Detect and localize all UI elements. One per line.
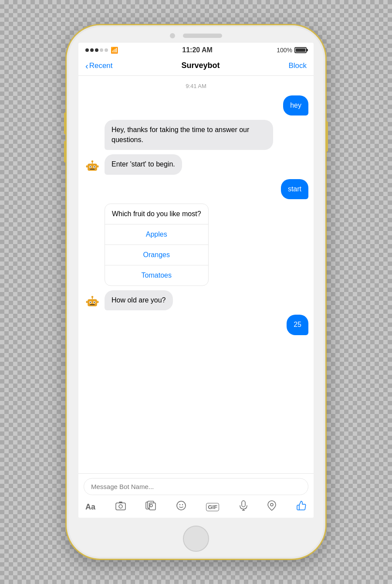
svg-rect-5 <box>90 169 95 170</box>
received-bubble-age: How old are you? <box>105 290 173 310</box>
camera-dot <box>170 33 175 38</box>
svg-rect-30 <box>242 501 245 507</box>
bot-avatar <box>84 157 101 175</box>
chat-header: ‹ Recent Surveybot Block <box>78 58 314 76</box>
svg-rect-20 <box>116 503 125 510</box>
status-left: 📶 <box>85 47 118 54</box>
signal-dot-2 <box>90 48 94 52</box>
svg-point-21 <box>119 505 122 508</box>
microphone-icon[interactable] <box>239 500 248 513</box>
received-bubble-start-prompt: Enter 'start' to begin. <box>105 154 182 174</box>
svg-point-13 <box>90 302 91 303</box>
message-row-start: start <box>84 179 308 199</box>
volume-down-button <box>64 141 67 163</box>
svg-point-7 <box>91 160 94 163</box>
sent-bubble-start: start <box>281 179 308 199</box>
thumbsup-icon[interactable] <box>296 500 307 513</box>
received-bubble-thanks: Hey, thanks for taking the time to answe… <box>105 120 273 150</box>
message-row-25: 25 <box>84 315 308 335</box>
gallery-icon[interactable] <box>145 501 156 513</box>
svg-rect-10 <box>88 299 97 306</box>
svg-point-17 <box>91 296 94 298</box>
svg-point-4 <box>94 166 95 167</box>
phone-top-bar <box>67 25 325 43</box>
signal-dot-5 <box>105 48 108 52</box>
signal-dot-3 <box>95 48 98 52</box>
svg-rect-9 <box>97 165 99 167</box>
chat-area: 9:41 AM hey Hey, thanks for taking the t… <box>78 76 314 473</box>
status-time: 11:20 AM <box>182 46 213 54</box>
input-area: Aa <box>78 473 314 518</box>
robot-icon-2 <box>84 294 100 309</box>
chevron-left-icon: ‹ <box>85 61 88 70</box>
battery-percentage: 100% <box>277 47 292 54</box>
gif-icon[interactable]: GIF <box>206 503 219 511</box>
svg-rect-8 <box>86 165 88 167</box>
svg-point-14 <box>94 302 95 303</box>
bot-avatar-2 <box>84 293 101 310</box>
text-icon[interactable]: Aa <box>85 503 95 512</box>
block-button[interactable]: Block <box>288 61 307 70</box>
message-input[interactable] <box>84 478 308 495</box>
svg-point-33 <box>270 503 273 506</box>
svg-point-28 <box>179 504 180 505</box>
svg-rect-18 <box>86 301 88 303</box>
svg-rect-0 <box>88 163 97 170</box>
battery-fill <box>296 48 305 52</box>
svg-rect-15 <box>90 305 95 306</box>
toolbar-row: Aa <box>84 499 308 515</box>
emoji-icon[interactable] <box>176 500 186 513</box>
card-question-fruit: Which fruit do you like most? <box>105 204 208 224</box>
phone-screen: 📶 11:20 AM 100% ‹ Recent Surveybot Block… <box>78 43 314 518</box>
signal-dot-1 <box>85 48 89 52</box>
wifi-icon: 📶 <box>111 47 118 54</box>
back-label[interactable]: Recent <box>89 61 113 70</box>
message-input-row <box>84 478 308 495</box>
phone-frame: 📶 11:20 AM 100% ‹ Recent Surveybot Block… <box>65 24 327 560</box>
message-row-thanks: Hey, thanks for taking the time to answe… <box>84 120 308 150</box>
chat-title: Surveybot <box>181 61 220 70</box>
location-icon[interactable] <box>267 500 276 513</box>
svg-point-29 <box>182 504 183 505</box>
home-button[interactable] <box>183 526 209 552</box>
status-right: 100% <box>277 47 307 54</box>
card-option-apples[interactable]: Apples <box>105 224 208 245</box>
power-button <box>325 121 328 152</box>
camera-icon[interactable] <box>115 501 126 513</box>
status-bar: 📶 11:20 AM 100% <box>78 43 314 58</box>
battery-icon <box>294 47 307 53</box>
signal-strength <box>85 48 108 52</box>
volume-up-button <box>64 112 67 134</box>
signal-dot-4 <box>100 48 103 52</box>
svg-point-27 <box>177 501 186 510</box>
svg-point-3 <box>90 166 91 167</box>
robot-icon <box>84 158 100 174</box>
chat-timestamp: 9:41 AM <box>84 83 308 89</box>
message-row-start-prompt: Enter 'start' to begin. <box>84 154 308 174</box>
fruit-card: Which fruit do you like most? Apples Ora… <box>105 204 209 286</box>
message-row-hey: hey <box>84 95 308 115</box>
back-button[interactable]: ‹ Recent <box>85 61 113 70</box>
sent-bubble-25: 25 <box>287 315 308 335</box>
card-option-oranges[interactable]: Oranges <box>105 245 208 265</box>
sent-bubble-hey: hey <box>283 95 308 115</box>
message-row-fruit-card: Which fruit do you like most? Apples Ora… <box>84 204 308 286</box>
message-row-age: How old are you? <box>84 290 308 310</box>
speaker-grille <box>183 34 222 38</box>
svg-rect-19 <box>97 301 99 303</box>
svg-rect-22 <box>119 502 122 503</box>
card-option-tomatoes[interactable]: Tomatoes <box>105 265 208 285</box>
